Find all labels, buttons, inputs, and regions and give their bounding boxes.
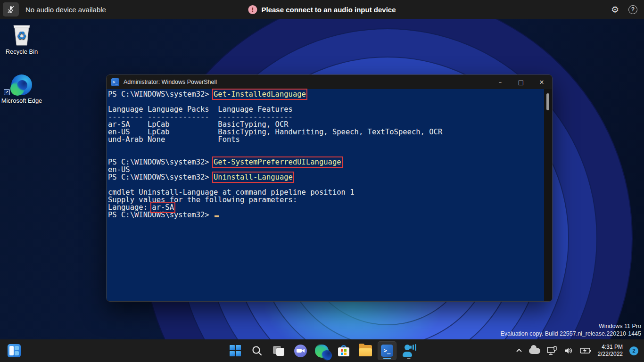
scrollbar-thumb[interactable] [546, 93, 549, 110]
file-explorer-button[interactable] [356, 341, 375, 360]
shortcut-arrow-icon: ↗ [4, 89, 10, 95]
icon-label: Recycle Bin [0, 48, 43, 55]
maximize-button[interactable]: □ [511, 75, 531, 89]
running-app-indicator [407, 358, 411, 359]
widgets-button[interactable] [8, 344, 21, 357]
minimize-button[interactable]: – [490, 75, 511, 89]
search-button[interactable] [248, 341, 266, 360]
terminal-scrollbar[interactable] [544, 89, 552, 302]
recycle-bin-icon: ♻ [0, 23, 43, 46]
chat-button[interactable] [291, 341, 310, 360]
gear-icon[interactable]: ⚙ [611, 4, 619, 15]
help-icon[interactable]: ? [628, 5, 637, 14]
clock-time: 4:31 PM [598, 344, 623, 351]
edge-icon [316, 345, 329, 357]
chat-icon [294, 345, 307, 357]
edge-button[interactable] [313, 341, 331, 360]
volume-icon[interactable] [564, 346, 573, 355]
icon-label: Microsoft Edge [0, 97, 43, 104]
window-title: Administrator: Windows PowerShell [124, 79, 490, 85]
chevron-up-icon[interactable] [516, 348, 522, 353]
desktop-icon-microsoft-edge[interactable]: ↗ Microsoft Edge [0, 72, 43, 104]
window-titlebar[interactable]: >_ Administrator: Windows PowerShell – □… [107, 75, 552, 89]
microphone-muted-icon [7, 5, 15, 14]
onedrive-cloud-icon[interactable] [529, 348, 540, 354]
widgets-icon [9, 346, 14, 355]
store-button[interactable] [334, 341, 353, 360]
terminal-output[interactable]: PS C:\WINDOWS\system32> Get-InstalledLan… [107, 89, 552, 302]
cast-display-icon[interactable] [547, 346, 557, 355]
edge-icon [11, 74, 32, 95]
taskbar: >_ [0, 339, 644, 362]
task-view-button[interactable] [269, 341, 288, 360]
desktop-icon-recycle-bin[interactable]: ♻ Recycle Bin [0, 23, 43, 55]
store-icon [338, 345, 350, 357]
voice-access-button[interactable] [399, 341, 418, 360]
powershell-icon: >_ [381, 345, 393, 357]
powershell-window: >_ Administrator: Windows PowerShell – □… [106, 74, 553, 302]
audio-status-bar: No audio device available ! Please conne… [0, 0, 644, 19]
close-button[interactable]: ✕ [531, 75, 552, 89]
voice-access-icon [402, 344, 415, 357]
audio-alert-text: Please connect to an audio input device [261, 6, 396, 14]
watermark-edition: Windows 11 Pro [500, 322, 641, 330]
watermark-build: Evaluation copy. Build 22557.ni_release.… [500, 330, 641, 337]
search-icon [251, 345, 263, 356]
microphone-muted-button[interactable] [3, 2, 19, 16]
warning-icon: ! [248, 5, 257, 14]
windows-watermark: Windows 11 Pro Evaluation copy. Build 22… [500, 322, 641, 337]
battery-charging-icon[interactable] [580, 347, 591, 354]
active-app-indicator [383, 358, 391, 359]
audio-device-status: No audio device available [25, 6, 106, 14]
clock-date: 2/22/2022 [598, 351, 623, 358]
svg-text:♻: ♻ [17, 29, 27, 42]
powershell-window-icon: >_ [111, 78, 119, 86]
notification-badge[interactable]: 2 [629, 346, 638, 355]
task-view-icon [273, 345, 284, 356]
start-button[interactable] [226, 341, 245, 360]
start-icon [230, 345, 241, 356]
powershell-taskbar-button[interactable]: >_ [378, 341, 396, 360]
file-explorer-icon [359, 345, 372, 356]
taskbar-clock[interactable]: 4:31 PM 2/22/2022 [598, 344, 623, 358]
terminal-text: PS C:\WINDOWS\system32> Get-InstalledLan… [108, 90, 543, 219]
